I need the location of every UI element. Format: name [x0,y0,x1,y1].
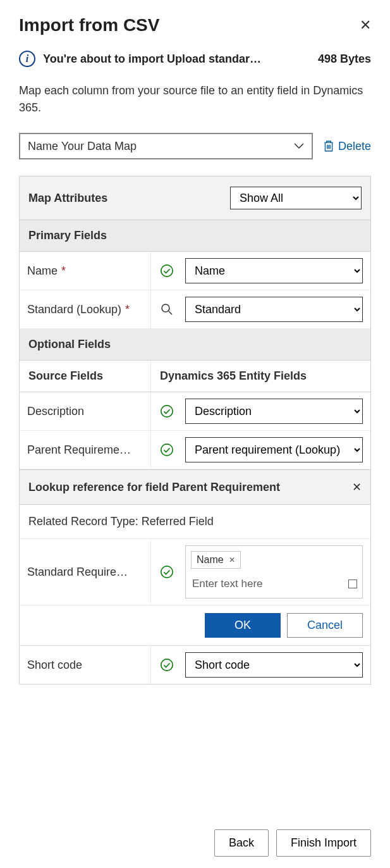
expand-icon[interactable] [348,580,357,588]
field-row-standard: Standard (Lookup)* Standard [20,290,370,329]
check-circle-icon [160,404,174,418]
svg-point-2 [161,406,173,417]
lookup-tag-input[interactable]: Name ✕ [185,545,363,598]
lookup-text-input[interactable] [191,575,348,593]
column-headers: Source Fields Dynamics 365 Entity Fields [20,361,370,392]
status-cell [151,539,183,605]
svg-point-5 [161,659,173,671]
file-size: 498 Bytes [318,53,371,66]
lookup-reference-header: Lookup reference for field Parent Requir… [20,469,370,505]
back-button[interactable]: Back [214,829,269,857]
finish-import-button[interactable]: Finish Import [276,829,371,857]
primary-fields-header: Primary Fields [20,220,370,252]
optional-fields-header: Optional Fields [20,329,370,361]
field-row-description: Description Description [20,392,370,431]
field-label: Standard Require… [20,539,151,605]
mapping-table: Map Attributes Show All Primary Fields N… [19,176,371,685]
field-row-parent-requirement: Parent Requireme… Parent requirement (Lo… [20,431,370,469]
lookup-subtitle: Related Record Type: Referred Field [20,505,370,539]
svg-point-3 [161,444,173,456]
lookup-actions: OK Cancel [20,605,370,646]
check-circle-icon [160,565,174,579]
chevron-down-icon [294,141,304,151]
info-icon: i [19,51,35,67]
field-label: Description [20,392,151,430]
remove-tag-icon[interactable]: ✕ [229,555,235,564]
field-select-short-code[interactable]: Short code [185,652,363,678]
field-row-name: Name* Name [20,252,370,290]
field-label: Name* [20,252,151,290]
tag-label: Name [197,554,224,566]
lookup-title: Lookup reference for field Parent Requir… [28,481,280,494]
field-label: Standard (Lookup)* [20,290,151,328]
col-entity: Dynamics 365 Entity Fields [151,361,370,392]
map-attributes-label: Map Attributes [28,192,107,205]
delete-button[interactable]: Delete [323,140,371,153]
lookup-row-standard-requirement: Standard Require… Name ✕ [20,539,370,605]
ok-button[interactable]: OK [205,613,281,638]
map-attributes-header: Map Attributes Show All [20,177,370,220]
check-circle-icon [160,658,174,672]
data-map-value: Name Your Data Map [28,140,137,153]
trash-icon [323,140,334,152]
check-circle-icon [160,443,174,457]
panel-title: Import from CSV [19,15,159,35]
footer-actions: Back Finish Import [214,829,371,857]
status-cell [151,431,183,469]
tag-name[interactable]: Name ✕ [191,551,241,569]
svg-point-1 [162,304,169,312]
field-label: Short code [20,646,151,684]
field-row-short-code: Short code Short code [20,646,370,684]
close-icon[interactable]: ✕ [352,480,362,494]
field-select-standard[interactable]: Standard [185,297,363,322]
delete-label: Delete [338,140,371,153]
col-source: Source Fields [20,361,151,392]
check-circle-icon [160,264,174,278]
show-all-select[interactable]: Show All [230,187,362,209]
status-cell [151,290,183,328]
field-select-name[interactable]: Name [185,258,363,283]
status-cell [151,252,183,290]
info-message: You're about to import Upload standar… [43,53,310,66]
field-select-description[interactable]: Description [185,399,363,424]
info-banner: i You're about to import Upload standar…… [19,51,371,67]
status-cell [151,392,183,430]
status-cell [151,646,183,684]
data-map-select[interactable]: Name Your Data Map [19,133,313,159]
search-icon [161,303,173,316]
cancel-button[interactable]: Cancel [287,613,363,638]
svg-point-0 [161,265,173,276]
intro-text: Map each column from your source file to… [19,82,371,116]
close-icon[interactable]: ✕ [360,17,371,34]
field-select-parent-requirement[interactable]: Parent requirement (Lookup) [185,437,363,462]
field-label: Parent Requireme… [20,431,151,469]
svg-point-4 [161,566,173,578]
